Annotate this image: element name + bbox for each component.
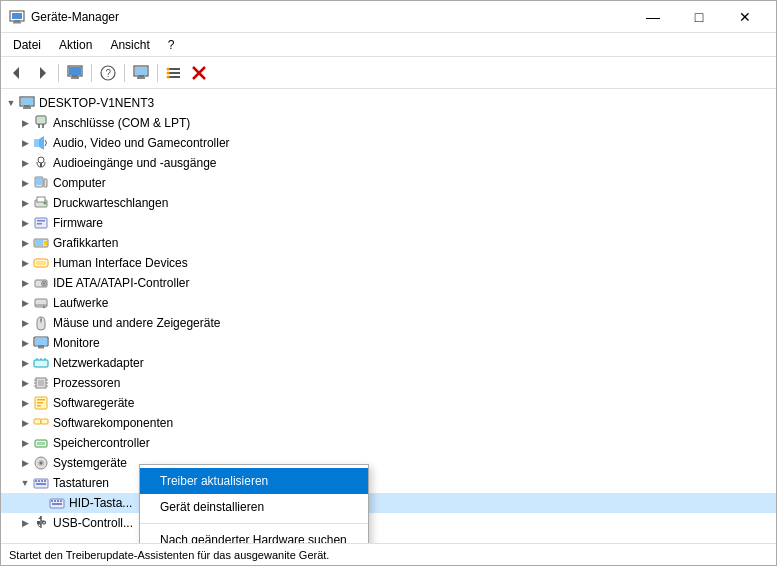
monitor-button[interactable] xyxy=(129,61,153,85)
close-button[interactable]: ✕ xyxy=(722,1,768,33)
icon-ide xyxy=(33,275,49,291)
label-audioeingaenge: Audioeingänge und -ausgänge xyxy=(53,156,216,170)
expander-audioeingaenge[interactable]: ▶ xyxy=(17,153,33,173)
expander-monitore[interactable]: ▶ xyxy=(17,333,33,353)
icon-usb xyxy=(33,515,49,531)
title-bar-left: Geräte-Manager xyxy=(9,9,119,25)
expander-softwarekomponenten[interactable]: ▶ xyxy=(17,413,33,433)
context-menu-scan-hardware[interactable]: Nach geänderter Hardware suchen xyxy=(140,527,368,543)
expander-root[interactable]: ▼ xyxy=(3,93,19,113)
svg-rect-96 xyxy=(60,500,62,502)
expander-computer[interactable]: ▶ xyxy=(17,173,33,193)
svg-point-55 xyxy=(43,306,45,308)
svg-rect-9 xyxy=(71,77,79,79)
tree-item-firmware[interactable]: ▶ Firmware xyxy=(1,213,776,233)
tree-item-tastaturen[interactable]: ▼ Tastaturen xyxy=(1,473,776,493)
tree-item-softwarekomponenten[interactable]: ▶ Softwarekomponenten xyxy=(1,413,776,433)
tree-item-computer[interactable]: ▶ Computer xyxy=(1,173,776,193)
tree-item-hid-tastatur[interactable]: ▶ HID-Tasta... xyxy=(1,493,776,513)
title-bar: Geräte-Manager — □ ✕ xyxy=(1,1,776,33)
expander-laufwerke[interactable]: ▶ xyxy=(17,293,33,313)
svg-rect-88 xyxy=(38,480,40,482)
tree-item-laufwerke[interactable]: ▶ Laufwerke xyxy=(1,293,776,313)
icon-root xyxy=(19,95,35,111)
help-button[interactable]: ? xyxy=(96,61,120,85)
expander-speichercontroller[interactable]: ▶ xyxy=(17,433,33,453)
expander-prozessoren[interactable]: ▶ xyxy=(17,373,33,393)
icon-maeuse xyxy=(33,315,49,331)
svg-rect-59 xyxy=(35,338,47,345)
context-menu-separator-1 xyxy=(140,523,368,524)
menu-ansicht[interactable]: Ansicht xyxy=(102,36,157,54)
tree-item-anschluesse[interactable]: ▶ Anschlüsse (COM & LPT) xyxy=(1,113,776,133)
expander-audio[interactable]: ▶ xyxy=(17,133,33,153)
tree-item-audio[interactable]: ▶ Audio, Video und Gamecontroller xyxy=(1,133,776,153)
tree-item-ide[interactable]: ▶ IDE ATA/ATAPI-Controller xyxy=(1,273,776,293)
svg-rect-77 xyxy=(37,405,41,407)
computer-button[interactable] xyxy=(63,61,87,85)
tree-item-monitore[interactable]: ▶ Monitore xyxy=(1,333,776,353)
tree-item-softwaregeraete[interactable]: ▶ Softwaregeräte xyxy=(1,393,776,413)
expander-ide[interactable]: ▶ xyxy=(17,273,33,293)
forward-button[interactable] xyxy=(30,61,54,85)
label-speichercontroller: Speichercontroller xyxy=(53,436,150,450)
menu-help[interactable]: ? xyxy=(160,36,183,54)
context-menu: Treiber aktualisieren Gerät deinstallier… xyxy=(139,464,369,543)
expander-druckwarteschlangen[interactable]: ▶ xyxy=(17,193,33,213)
tree-item-systemgeraete[interactable]: ▶ Systemgeräte xyxy=(1,453,776,473)
label-root: DESKTOP-V1NENT3 xyxy=(39,96,154,110)
expander-maeuse[interactable]: ▶ xyxy=(17,313,33,333)
tree-item-grafikkarten[interactable]: ▶ Grafikkarten xyxy=(1,233,776,253)
svg-rect-16 xyxy=(168,68,180,70)
expander-hid[interactable]: ▶ xyxy=(17,253,33,273)
delete-button[interactable] xyxy=(187,61,211,85)
label-hid: Human Interface Devices xyxy=(53,256,188,270)
label-maeuse: Mäuse und andere Zeigegeräte xyxy=(53,316,220,330)
tree-item-usb[interactable]: ▶ USB-Controll... xyxy=(1,513,776,533)
maximize-button[interactable]: □ xyxy=(676,1,722,33)
expander-grafikkarten[interactable]: ▶ xyxy=(17,233,33,253)
label-hid-tastatur: HID-Tasta... xyxy=(69,496,132,510)
tree-item-maeuse[interactable]: ▶ Mäuse und andere Zeigegeräte xyxy=(1,313,776,333)
content-area: ▼ DESKTOP-V1NENT3 ▶ xyxy=(1,89,776,543)
svg-text:?: ? xyxy=(106,68,112,79)
tree-item-hid[interactable]: ▶ Human Interface Devices xyxy=(1,253,776,273)
forward-icon xyxy=(34,65,50,81)
back-button[interactable] xyxy=(5,61,29,85)
context-menu-uninstall[interactable]: Gerät deinstallieren xyxy=(140,494,368,520)
icon-firmware xyxy=(33,215,49,231)
expander-tastaturen[interactable]: ▼ xyxy=(17,473,33,493)
label-audio: Audio, Video und Gamecontroller xyxy=(53,136,230,150)
expander-firmware[interactable]: ▶ xyxy=(17,213,33,233)
icon-softwaregeraete xyxy=(33,395,49,411)
menu-bar: Datei Aktion Ansicht ? xyxy=(1,33,776,57)
expander-systemgeraete[interactable]: ▶ xyxy=(17,453,33,473)
expander-netzwerkadapter[interactable]: ▶ xyxy=(17,353,33,373)
tree-item-prozessoren[interactable]: ▶ Prozessoren xyxy=(1,373,776,393)
label-firmware: Firmware xyxy=(53,216,103,230)
icon-audio xyxy=(33,135,49,151)
label-ide: IDE ATA/ATAPI-Controller xyxy=(53,276,189,290)
svg-rect-27 xyxy=(23,107,31,109)
svg-marker-5 xyxy=(40,67,46,79)
expander-usb[interactable]: ▶ xyxy=(17,513,33,533)
svg-rect-93 xyxy=(51,500,53,502)
device-tree[interactable]: ▼ DESKTOP-V1NENT3 ▶ xyxy=(1,89,776,543)
menu-aktion[interactable]: Aktion xyxy=(51,36,100,54)
svg-rect-62 xyxy=(34,360,48,367)
tree-item-netzwerkadapter[interactable]: ▶ Netzwerkadapter xyxy=(1,353,776,373)
svg-rect-25 xyxy=(21,98,33,105)
menu-datei[interactable]: Datei xyxy=(5,36,49,54)
expander-softwaregeraete[interactable]: ▶ xyxy=(17,393,33,413)
svg-rect-79 xyxy=(41,419,48,424)
context-menu-update-driver[interactable]: Treiber aktualisieren xyxy=(140,468,368,494)
tree-item-root[interactable]: ▼ DESKTOP-V1NENT3 xyxy=(1,93,776,113)
monitor-icon xyxy=(133,65,149,81)
svg-point-85 xyxy=(40,462,43,465)
expander-anschluesse[interactable]: ▶ xyxy=(17,113,33,133)
tree-item-audioeingaenge[interactable]: ▶ Audioeingänge und -ausgänge xyxy=(1,153,776,173)
tree-item-speichercontroller[interactable]: ▶ Speichercontroller xyxy=(1,433,776,453)
tree-item-druckwarteschlangen[interactable]: ▶ Druckwarteschlangen xyxy=(1,193,776,213)
action-button[interactable] xyxy=(162,61,186,85)
minimize-button[interactable]: — xyxy=(630,1,676,33)
